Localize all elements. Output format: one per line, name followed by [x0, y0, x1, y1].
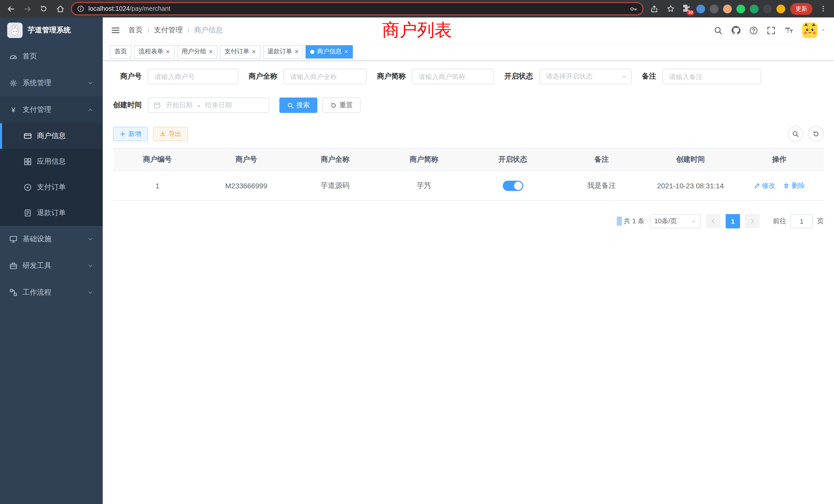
pagination-prev-icon[interactable]: [706, 214, 721, 228]
extension-dark-icon[interactable]: [763, 4, 772, 13]
breadcrumb-payment[interactable]: 支付管理: [154, 26, 183, 35]
tab-label: 商户信息: [317, 47, 342, 56]
url-host: localhost:1024: [88, 5, 130, 12]
status-field: 开启状态 请选择开启状态: [504, 69, 632, 84]
extension-gray-icon[interactable]: [710, 4, 719, 13]
sidebar-item-infrastructure[interactable]: 基础设施: [0, 226, 103, 253]
selection-highlight: [616, 216, 622, 226]
search-button[interactable]: 搜索: [279, 97, 317, 113]
pagination-page-1[interactable]: 1: [726, 214, 740, 228]
payment-submenu: 商户信息 应用信息 支付订单: [0, 123, 103, 226]
search-icon[interactable]: [714, 26, 723, 35]
extension-notes-icon[interactable]: [750, 4, 759, 13]
browser-menu-kebab-icon[interactable]: [817, 3, 829, 14]
browser-home-icon[interactable]: [54, 3, 66, 14]
chevron-down-icon: [87, 80, 93, 86]
pagination-goto-input[interactable]: [790, 214, 813, 228]
full-name-input[interactable]: [284, 69, 367, 84]
table-row: 1 M233666999 芋道源码 芋艿 我是备注 2021-10-23 08:…: [113, 171, 824, 201]
screen: localhost:1024/pay/merchant 10 更新: [0, 0, 834, 504]
close-icon[interactable]: ×: [209, 48, 213, 55]
help-question-icon[interactable]: [749, 26, 758, 35]
bookmark-star-icon[interactable]: [665, 3, 676, 14]
browser-address-bar[interactable]: localhost:1024/pay/merchant: [71, 2, 643, 16]
app-logo[interactable]: 芋道管理系统: [0, 18, 103, 43]
page-annotation: 商户列表: [382, 19, 452, 42]
sidebar-subitem-app-info[interactable]: 应用信息: [0, 149, 103, 175]
page-size-select[interactable]: 10条/页: [650, 214, 701, 228]
pagination-next-icon[interactable]: [745, 214, 760, 228]
sidebar-subitem-refund-order[interactable]: 退款订单: [0, 200, 103, 226]
sidebar-subitem-payment-order[interactable]: 支付订单: [0, 175, 103, 200]
delete-link[interactable]: 删除: [784, 181, 805, 190]
tab-label: 用户分组: [181, 47, 206, 56]
sidebar-item-system[interactable]: 系统管理: [0, 70, 103, 96]
github-icon[interactable]: [731, 26, 741, 35]
browser-update-button[interactable]: 更新: [790, 3, 812, 15]
site-info-icon[interactable]: [77, 5, 84, 12]
pagination: 共 1 条 10条/页 1 前往: [113, 214, 824, 228]
close-icon[interactable]: ×: [166, 48, 170, 55]
extension-blue-icon[interactable]: [696, 4, 705, 13]
tab-refund-order[interactable]: 退款订单 ×: [263, 45, 303, 58]
cell-short-name: 芋艿: [379, 171, 468, 201]
export-button[interactable]: 导出: [153, 127, 188, 141]
cell-actions: 修改 删除: [735, 171, 824, 201]
tab-merchant-info[interactable]: 商户信息 ×: [306, 45, 353, 58]
sidebar-item-devtools[interactable]: 研发工具: [0, 253, 103, 279]
chevron-down-icon: [87, 290, 93, 296]
sidebar-item-payment[interactable]: ¥ 支付管理: [0, 96, 103, 123]
add-button[interactable]: 新增: [113, 127, 148, 141]
date-range-picker[interactable]: 开始日期 - 结束日期: [148, 97, 269, 113]
tab-user-group[interactable]: 用户分组 ×: [177, 45, 217, 58]
browser-forward-icon[interactable]: [22, 3, 33, 14]
browser-back-icon[interactable]: [5, 3, 17, 14]
hamburger-icon[interactable]: [111, 26, 120, 35]
merchant-no-input[interactable]: [148, 69, 238, 84]
extension-green-icon[interactable]: [737, 4, 745, 13]
key-icon[interactable]: [630, 5, 637, 13]
chevron-up-icon: [87, 107, 93, 113]
short-name-input[interactable]: [412, 69, 494, 84]
extensions-puzzle-icon[interactable]: 10: [681, 4, 692, 14]
breadcrumb-home[interactable]: 首页: [128, 26, 143, 35]
sidebar-subitem-merchant-info[interactable]: 商户信息: [0, 123, 103, 149]
tab-label: 退款订单: [267, 47, 292, 56]
user-avatar[interactable]: [802, 23, 826, 38]
column-header-full-name: 商户全称: [291, 148, 379, 171]
font-size-icon[interactable]: [784, 26, 793, 35]
close-icon[interactable]: ×: [251, 48, 256, 55]
pagination-total: 共 1 条: [624, 216, 644, 226]
reset-button[interactable]: 重置: [323, 97, 360, 113]
sidebar-item-workflow[interactable]: 工作流程: [0, 279, 103, 306]
edit-link[interactable]: 修改: [754, 181, 775, 190]
sidebar: 芋道管理系统 首页 系统管理: [0, 18, 103, 504]
tab-home[interactable]: 首页: [110, 45, 131, 58]
reset-button-label: 重置: [339, 100, 353, 110]
status-select[interactable]: 请选择开启状态: [539, 69, 632, 84]
export-button-label: 导出: [169, 130, 181, 138]
breadcrumb-current: 商户信息: [194, 26, 223, 35]
refresh-table-icon[interactable]: [808, 126, 824, 142]
fullscreen-icon[interactable]: [767, 26, 775, 35]
tab-process-form[interactable]: 流程表单 ×: [134, 45, 174, 58]
tab-label: 支付订单: [224, 47, 249, 56]
browser-refresh-icon[interactable]: [38, 3, 49, 14]
sidebar-item-home[interactable]: 首页: [0, 43, 103, 70]
grid-icon: [24, 158, 32, 166]
tab-payment-order[interactable]: 支付订单 ×: [220, 45, 260, 58]
cell-merchant-id: 1: [113, 171, 202, 201]
tags-view: 首页 流程表单 × 用户分组 × 支付订单 × 退款订单 ×: [103, 43, 834, 61]
credit-card-icon: [24, 132, 32, 140]
profile-avatar-icon[interactable]: [723, 4, 732, 13]
toggle-search-icon[interactable]: [788, 126, 803, 142]
close-icon[interactable]: ×: [344, 48, 348, 55]
merchant-no-field: 商户号: [113, 69, 238, 84]
extension-emoji-icon[interactable]: [776, 4, 785, 13]
cell-remark: 我是备注: [557, 171, 646, 201]
share-icon[interactable]: [649, 3, 660, 14]
sidebar-item-label: 系统管理: [23, 78, 51, 88]
close-icon[interactable]: ×: [295, 48, 299, 55]
remark-input[interactable]: [662, 69, 761, 84]
status-toggle[interactable]: [503, 180, 523, 191]
